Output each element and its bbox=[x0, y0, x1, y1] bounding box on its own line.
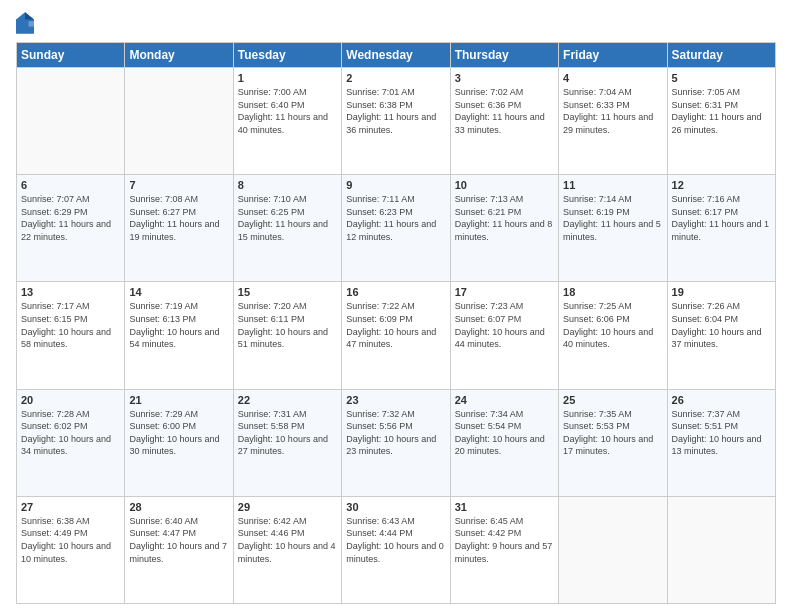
day-number: 10 bbox=[455, 179, 554, 191]
day-info: Sunrise: 7:37 AM Sunset: 5:51 PM Dayligh… bbox=[672, 408, 771, 458]
day-info: Sunrise: 7:01 AM Sunset: 6:38 PM Dayligh… bbox=[346, 86, 445, 136]
calendar-cell: 18Sunrise: 7:25 AM Sunset: 6:06 PM Dayli… bbox=[559, 282, 667, 389]
day-info: Sunrise: 6:42 AM Sunset: 4:46 PM Dayligh… bbox=[238, 515, 337, 565]
calendar-week-row: 6Sunrise: 7:07 AM Sunset: 6:29 PM Daylig… bbox=[17, 175, 776, 282]
day-number: 25 bbox=[563, 394, 662, 406]
calendar-cell: 5Sunrise: 7:05 AM Sunset: 6:31 PM Daylig… bbox=[667, 68, 775, 175]
weekday-header: Thursday bbox=[450, 43, 558, 68]
calendar: SundayMondayTuesdayWednesdayThursdayFrid… bbox=[16, 42, 776, 604]
calendar-cell: 29Sunrise: 6:42 AM Sunset: 4:46 PM Dayli… bbox=[233, 496, 341, 603]
calendar-cell bbox=[17, 68, 125, 175]
day-number: 4 bbox=[563, 72, 662, 84]
calendar-cell: 3Sunrise: 7:02 AM Sunset: 6:36 PM Daylig… bbox=[450, 68, 558, 175]
day-info: Sunrise: 7:08 AM Sunset: 6:27 PM Dayligh… bbox=[129, 193, 228, 243]
day-number: 20 bbox=[21, 394, 120, 406]
day-number: 22 bbox=[238, 394, 337, 406]
calendar-cell: 13Sunrise: 7:17 AM Sunset: 6:15 PM Dayli… bbox=[17, 282, 125, 389]
day-number: 12 bbox=[672, 179, 771, 191]
weekday-header: Friday bbox=[559, 43, 667, 68]
calendar-cell bbox=[667, 496, 775, 603]
calendar-cell: 22Sunrise: 7:31 AM Sunset: 5:58 PM Dayli… bbox=[233, 389, 341, 496]
calendar-cell: 24Sunrise: 7:34 AM Sunset: 5:54 PM Dayli… bbox=[450, 389, 558, 496]
day-info: Sunrise: 7:34 AM Sunset: 5:54 PM Dayligh… bbox=[455, 408, 554, 458]
day-info: Sunrise: 6:45 AM Sunset: 4:42 PM Dayligh… bbox=[455, 515, 554, 565]
calendar-cell: 28Sunrise: 6:40 AM Sunset: 4:47 PM Dayli… bbox=[125, 496, 233, 603]
day-info: Sunrise: 6:43 AM Sunset: 4:44 PM Dayligh… bbox=[346, 515, 445, 565]
weekday-row: SundayMondayTuesdayWednesdayThursdayFrid… bbox=[17, 43, 776, 68]
day-info: Sunrise: 7:13 AM Sunset: 6:21 PM Dayligh… bbox=[455, 193, 554, 243]
svg-marker-2 bbox=[29, 21, 34, 26]
calendar-week-row: 13Sunrise: 7:17 AM Sunset: 6:15 PM Dayli… bbox=[17, 282, 776, 389]
calendar-cell: 25Sunrise: 7:35 AM Sunset: 5:53 PM Dayli… bbox=[559, 389, 667, 496]
weekday-header: Sunday bbox=[17, 43, 125, 68]
day-number: 30 bbox=[346, 501, 445, 513]
day-number: 23 bbox=[346, 394, 445, 406]
day-number: 18 bbox=[563, 286, 662, 298]
day-info: Sunrise: 7:29 AM Sunset: 6:00 PM Dayligh… bbox=[129, 408, 228, 458]
calendar-cell: 23Sunrise: 7:32 AM Sunset: 5:56 PM Dayli… bbox=[342, 389, 450, 496]
day-info: Sunrise: 6:38 AM Sunset: 4:49 PM Dayligh… bbox=[21, 515, 120, 565]
day-number: 7 bbox=[129, 179, 228, 191]
day-number: 28 bbox=[129, 501, 228, 513]
calendar-cell: 16Sunrise: 7:22 AM Sunset: 6:09 PM Dayli… bbox=[342, 282, 450, 389]
calendar-week-row: 27Sunrise: 6:38 AM Sunset: 4:49 PM Dayli… bbox=[17, 496, 776, 603]
calendar-cell: 27Sunrise: 6:38 AM Sunset: 4:49 PM Dayli… bbox=[17, 496, 125, 603]
day-number: 31 bbox=[455, 501, 554, 513]
calendar-cell: 1Sunrise: 7:00 AM Sunset: 6:40 PM Daylig… bbox=[233, 68, 341, 175]
calendar-cell: 2Sunrise: 7:01 AM Sunset: 6:38 PM Daylig… bbox=[342, 68, 450, 175]
day-number: 5 bbox=[672, 72, 771, 84]
day-number: 29 bbox=[238, 501, 337, 513]
calendar-cell: 6Sunrise: 7:07 AM Sunset: 6:29 PM Daylig… bbox=[17, 175, 125, 282]
calendar-cell: 8Sunrise: 7:10 AM Sunset: 6:25 PM Daylig… bbox=[233, 175, 341, 282]
day-number: 9 bbox=[346, 179, 445, 191]
calendar-cell: 12Sunrise: 7:16 AM Sunset: 6:17 PM Dayli… bbox=[667, 175, 775, 282]
day-info: Sunrise: 7:10 AM Sunset: 6:25 PM Dayligh… bbox=[238, 193, 337, 243]
calendar-week-row: 1Sunrise: 7:00 AM Sunset: 6:40 PM Daylig… bbox=[17, 68, 776, 175]
calendar-cell: 9Sunrise: 7:11 AM Sunset: 6:23 PM Daylig… bbox=[342, 175, 450, 282]
day-number: 24 bbox=[455, 394, 554, 406]
day-info: Sunrise: 6:40 AM Sunset: 4:47 PM Dayligh… bbox=[129, 515, 228, 565]
day-info: Sunrise: 7:00 AM Sunset: 6:40 PM Dayligh… bbox=[238, 86, 337, 136]
day-number: 3 bbox=[455, 72, 554, 84]
calendar-cell: 17Sunrise: 7:23 AM Sunset: 6:07 PM Dayli… bbox=[450, 282, 558, 389]
day-info: Sunrise: 7:11 AM Sunset: 6:23 PM Dayligh… bbox=[346, 193, 445, 243]
calendar-cell: 19Sunrise: 7:26 AM Sunset: 6:04 PM Dayli… bbox=[667, 282, 775, 389]
page: SundayMondayTuesdayWednesdayThursdayFrid… bbox=[0, 0, 792, 612]
calendar-cell: 7Sunrise: 7:08 AM Sunset: 6:27 PM Daylig… bbox=[125, 175, 233, 282]
day-info: Sunrise: 7:16 AM Sunset: 6:17 PM Dayligh… bbox=[672, 193, 771, 243]
day-number: 16 bbox=[346, 286, 445, 298]
logo bbox=[16, 12, 36, 34]
calendar-body: 1Sunrise: 7:00 AM Sunset: 6:40 PM Daylig… bbox=[17, 68, 776, 604]
calendar-cell: 4Sunrise: 7:04 AM Sunset: 6:33 PM Daylig… bbox=[559, 68, 667, 175]
day-info: Sunrise: 7:07 AM Sunset: 6:29 PM Dayligh… bbox=[21, 193, 120, 243]
day-info: Sunrise: 7:31 AM Sunset: 5:58 PM Dayligh… bbox=[238, 408, 337, 458]
day-info: Sunrise: 7:26 AM Sunset: 6:04 PM Dayligh… bbox=[672, 300, 771, 350]
calendar-cell: 11Sunrise: 7:14 AM Sunset: 6:19 PM Dayli… bbox=[559, 175, 667, 282]
day-info: Sunrise: 7:02 AM Sunset: 6:36 PM Dayligh… bbox=[455, 86, 554, 136]
calendar-week-row: 20Sunrise: 7:28 AM Sunset: 6:02 PM Dayli… bbox=[17, 389, 776, 496]
calendar-cell: 26Sunrise: 7:37 AM Sunset: 5:51 PM Dayli… bbox=[667, 389, 775, 496]
day-info: Sunrise: 7:04 AM Sunset: 6:33 PM Dayligh… bbox=[563, 86, 662, 136]
day-number: 11 bbox=[563, 179, 662, 191]
day-info: Sunrise: 7:05 AM Sunset: 6:31 PM Dayligh… bbox=[672, 86, 771, 136]
day-info: Sunrise: 7:35 AM Sunset: 5:53 PM Dayligh… bbox=[563, 408, 662, 458]
header bbox=[16, 12, 776, 34]
svg-marker-1 bbox=[25, 12, 34, 19]
day-info: Sunrise: 7:17 AM Sunset: 6:15 PM Dayligh… bbox=[21, 300, 120, 350]
logo-icon bbox=[16, 12, 34, 34]
calendar-header: SundayMondayTuesdayWednesdayThursdayFrid… bbox=[17, 43, 776, 68]
calendar-cell: 21Sunrise: 7:29 AM Sunset: 6:00 PM Dayli… bbox=[125, 389, 233, 496]
day-number: 8 bbox=[238, 179, 337, 191]
day-info: Sunrise: 7:20 AM Sunset: 6:11 PM Dayligh… bbox=[238, 300, 337, 350]
day-number: 2 bbox=[346, 72, 445, 84]
calendar-cell: 30Sunrise: 6:43 AM Sunset: 4:44 PM Dayli… bbox=[342, 496, 450, 603]
calendar-cell: 20Sunrise: 7:28 AM Sunset: 6:02 PM Dayli… bbox=[17, 389, 125, 496]
day-info: Sunrise: 7:32 AM Sunset: 5:56 PM Dayligh… bbox=[346, 408, 445, 458]
day-number: 27 bbox=[21, 501, 120, 513]
calendar-cell: 31Sunrise: 6:45 AM Sunset: 4:42 PM Dayli… bbox=[450, 496, 558, 603]
day-number: 26 bbox=[672, 394, 771, 406]
weekday-header: Saturday bbox=[667, 43, 775, 68]
day-info: Sunrise: 7:22 AM Sunset: 6:09 PM Dayligh… bbox=[346, 300, 445, 350]
calendar-cell bbox=[559, 496, 667, 603]
day-info: Sunrise: 7:28 AM Sunset: 6:02 PM Dayligh… bbox=[21, 408, 120, 458]
